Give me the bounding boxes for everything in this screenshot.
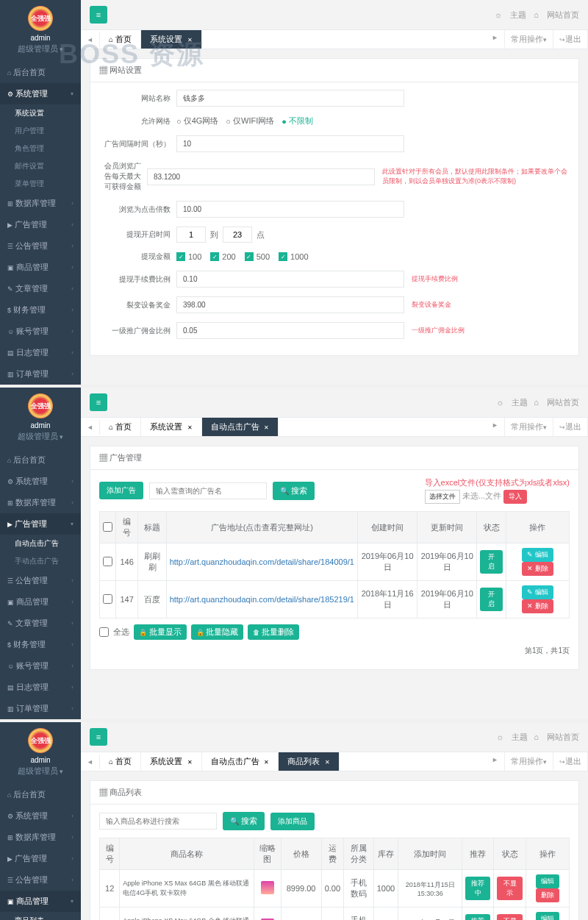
nav-order[interactable]: ▥订单管理‹ bbox=[0, 363, 81, 385]
edit-button[interactable]: ✎ 编辑 bbox=[522, 585, 553, 599]
input-l1[interactable] bbox=[176, 322, 404, 339]
tab-autoad[interactable]: 自动点击广告 ✕ bbox=[202, 752, 279, 771]
theme-link[interactable]: ☼ 主题 bbox=[496, 398, 528, 407]
nav-notice[interactable]: ☰公告管理‹ bbox=[0, 869, 81, 891]
nav-system[interactable]: ⚙系统管理‹ bbox=[0, 805, 81, 827]
edit-button[interactable]: 编辑 bbox=[536, 874, 559, 888]
admin-role[interactable]: 超级管理员 ▾ bbox=[6, 42, 75, 56]
choose-file-button[interactable]: 选择文件 bbox=[425, 490, 460, 504]
nav-finance[interactable]: $财务管理‹ bbox=[0, 299, 81, 321]
theme-link[interactable]: ☼ 主题 bbox=[495, 10, 526, 19]
edit-button[interactable]: ✎ 编辑 bbox=[522, 548, 553, 562]
nav-order[interactable]: ▥订单管理‹ bbox=[0, 698, 81, 719]
nav-ads[interactable]: ▶广告管理‹ bbox=[0, 848, 81, 869]
tab-goods[interactable]: 商品列表 ✕ bbox=[279, 752, 340, 771]
input-t2[interactable] bbox=[223, 227, 252, 243]
edit-button[interactable]: 编辑 bbox=[536, 912, 559, 920]
nav-ads[interactable]: ▶广告管理▾ bbox=[0, 513, 81, 535]
tab-common[interactable]: 常用操作▾ bbox=[505, 418, 553, 436]
input-bonus[interactable] bbox=[176, 296, 404, 313]
nav-system[interactable]: ⚙系统管理‹ bbox=[0, 471, 81, 492]
nav-db[interactable]: ⊞数据库管理‹ bbox=[0, 193, 81, 214]
status-button[interactable]: 不显示 bbox=[497, 877, 522, 900]
batch-hide-button[interactable]: 🔒 批量隐藏 bbox=[191, 624, 244, 640]
chk-500[interactable]: ✓500 bbox=[245, 252, 270, 261]
nav-goods[interactable]: ▣商品管理▾ bbox=[0, 891, 81, 912]
nav-sub-mail[interactable]: 邮件设置 bbox=[0, 157, 81, 175]
nav-ads[interactable]: ▶广告管理‹ bbox=[0, 214, 81, 235]
tab-next[interactable]: ► bbox=[486, 418, 505, 436]
chk-100[interactable]: ✓100 bbox=[176, 252, 201, 261]
tab-settings[interactable]: 系统设置 ✕ bbox=[141, 752, 202, 771]
radio-wifi[interactable]: ○ 仅WIFI网络 bbox=[226, 115, 274, 126]
nav-db[interactable]: ⊞数据库管理‹ bbox=[0, 827, 81, 848]
input-sitename[interactable] bbox=[176, 90, 404, 107]
admin-role[interactable]: 超级管理员 ▾ bbox=[6, 429, 75, 443]
tab-common[interactable]: 常用操作▾ bbox=[505, 752, 553, 771]
tab-home[interactable]: ⌂ 首页 bbox=[100, 418, 141, 436]
tab-exit[interactable]: ↪退出 bbox=[553, 418, 588, 436]
input-fee[interactable] bbox=[176, 271, 404, 288]
del-button[interactable]: 删除 bbox=[536, 888, 559, 902]
nav-dashboard[interactable]: ⌂后台首页 bbox=[0, 784, 81, 805]
chk-1000[interactable]: ✓1000 bbox=[279, 252, 308, 261]
tab-exit[interactable]: ↪退出 bbox=[553, 752, 588, 771]
admin-role[interactable]: 超级管理员 ▾ bbox=[6, 764, 75, 778]
add-goods-button[interactable]: 添加商品 bbox=[270, 813, 315, 830]
tab-prev[interactable]: ◄ bbox=[81, 420, 100, 435]
chk-200[interactable]: ✓200 bbox=[210, 252, 235, 261]
nav-article[interactable]: ✎文章管理‹ bbox=[0, 613, 81, 634]
menu-toggle[interactable]: ≡ bbox=[90, 393, 107, 411]
batch-show-button[interactable]: 🔒 批量显示 bbox=[134, 624, 187, 640]
close-icon[interactable]: ✕ bbox=[187, 37, 193, 43]
nav-sub-roles[interactable]: 角色管理 bbox=[0, 140, 81, 157]
nav-system[interactable]: ⚙系统管理▾ bbox=[0, 83, 81, 104]
nav-account[interactable]: ☺账号管理‹ bbox=[0, 655, 81, 677]
home-link[interactable]: ⌂ 网站首页 bbox=[534, 398, 579, 407]
nav-finance[interactable]: $财务管理‹ bbox=[0, 634, 81, 655]
rec-button[interactable]: 推荐中 bbox=[465, 914, 490, 920]
tab-next[interactable]: ► bbox=[486, 30, 505, 49]
menu-toggle[interactable]: ≡ bbox=[90, 728, 107, 746]
row-check[interactable] bbox=[103, 594, 112, 604]
ad-url-link[interactable]: http://art.quanzhoudaqin.com/detail/shar… bbox=[170, 557, 354, 566]
nav-notice[interactable]: ☰公告管理‹ bbox=[0, 235, 81, 257]
del-button[interactable]: ✕ 删除 bbox=[522, 562, 553, 576]
menu-toggle[interactable]: ≡ bbox=[90, 6, 107, 24]
tab-prev[interactable]: ◄ bbox=[81, 32, 100, 47]
nav-log[interactable]: ▤日志管理‹ bbox=[0, 342, 81, 363]
tab-autoad[interactable]: 自动点击广告 ✕ bbox=[202, 418, 279, 436]
nav-account[interactable]: ☺账号管理‹ bbox=[0, 321, 81, 342]
home-link[interactable]: ⌂ 网站首页 bbox=[534, 732, 579, 741]
goods-search-button[interactable]: 🔍 搜索 bbox=[223, 812, 265, 830]
rec-button[interactable]: 推荐中 bbox=[465, 877, 490, 900]
goods-search-input[interactable] bbox=[99, 813, 217, 830]
tab-next[interactable]: ► bbox=[486, 752, 505, 771]
input-interval[interactable] bbox=[176, 135, 404, 152]
nav-log[interactable]: ▤日志管理‹ bbox=[0, 677, 81, 698]
nav-dashboard[interactable]: ⌂后台首页 bbox=[0, 449, 81, 471]
check-all[interactable] bbox=[99, 627, 109, 637]
row-check[interactable] bbox=[103, 557, 112, 566]
input-t1[interactable] bbox=[176, 227, 206, 243]
nav-sub-goodslist[interactable]: 商品列表 bbox=[0, 912, 81, 920]
status-button[interactable]: 不显示 bbox=[497, 914, 522, 920]
nav-goods[interactable]: ▣商品管理‹ bbox=[0, 257, 81, 278]
nav-dashboard[interactable]: ⌂后台首页 bbox=[0, 62, 81, 83]
input-dailymax[interactable] bbox=[147, 168, 375, 185]
tab-prev[interactable]: ◄ bbox=[81, 755, 100, 769]
tab-common[interactable]: 常用操作▾ bbox=[505, 30, 553, 49]
tab-exit[interactable]: ↪退出 bbox=[553, 30, 588, 49]
nav-sub-manualad[interactable]: 手动点击广告 bbox=[0, 552, 81, 570]
ad-url-link[interactable]: http://art.quanzhoudaqin.com/detail/shar… bbox=[170, 595, 354, 604]
nav-db[interactable]: ⊞数据库管理‹ bbox=[0, 492, 81, 513]
nav-sub-users[interactable]: 用户管理 bbox=[0, 122, 81, 140]
check-all-header[interactable] bbox=[103, 522, 112, 532]
tab-home[interactable]: ⌂ 首页 bbox=[100, 30, 141, 49]
radio-4g[interactable]: ○ 仅4G网络 bbox=[176, 115, 218, 126]
home-link[interactable]: ⌂ 网站首页 bbox=[534, 10, 579, 19]
nav-notice[interactable]: ☰公告管理‹ bbox=[0, 570, 81, 591]
tab-settings[interactable]: 系统设置 ✕ bbox=[141, 418, 202, 436]
del-button[interactable]: ✕ 删除 bbox=[522, 599, 553, 613]
import-button[interactable]: 导入 bbox=[503, 490, 527, 504]
